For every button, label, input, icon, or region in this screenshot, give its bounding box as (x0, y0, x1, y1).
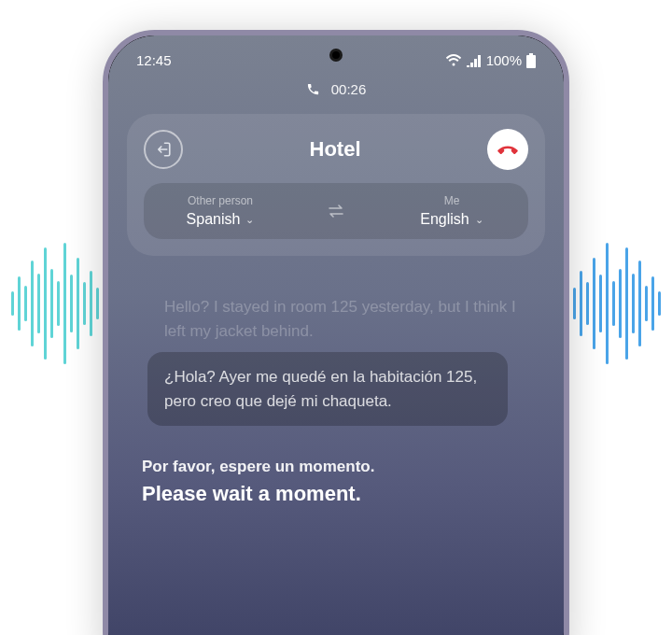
power-button (564, 241, 567, 288)
swap-languages-button[interactable] (327, 205, 345, 218)
me-language-select[interactable]: Me English ⌄ (396, 194, 508, 228)
battery-text: 100% (486, 52, 522, 68)
soundwave-right (573, 243, 661, 364)
reply-source-text: Por favor, espere un momento. (142, 458, 564, 476)
translate-card: Hotel Other person Spanish ⌄ Me (127, 114, 545, 256)
other-language-label: Other person (188, 194, 253, 207)
battery-icon (526, 53, 536, 68)
soundwave-left (11, 243, 99, 364)
phone-icon (306, 82, 320, 96)
call-title: Hotel (310, 137, 361, 162)
phone-screen: 12:45 100% 00:26 Hotel (108, 35, 564, 635)
me-language-value: English (420, 211, 469, 228)
wifi-icon (445, 54, 462, 67)
hangup-icon (496, 137, 520, 162)
signal-icon (467, 54, 482, 67)
reply-translated-text: Please wait a moment. (142, 482, 564, 506)
chevron-down-icon: ⌄ (245, 214, 254, 226)
current-reply: Por favor, espere un momento. Please wai… (108, 426, 564, 506)
hangup-button[interactable] (487, 129, 528, 170)
camera-cutout (329, 49, 343, 62)
other-language-value: Spanish (187, 211, 241, 228)
call-timer: 00:26 (331, 81, 367, 97)
exit-icon (155, 141, 172, 158)
previous-original-text: Hello? I stayed in room 125 yesterday, b… (164, 295, 530, 343)
chevron-down-icon: ⌄ (475, 214, 483, 226)
previous-translated-bubble: ¿Hola? Ayer me quedé en la habitación 12… (147, 352, 508, 426)
phone-frame: 12:45 100% 00:26 Hotel (103, 30, 569, 635)
call-timer-row: 00:26 (108, 74, 564, 108)
me-language-label: Me (444, 194, 460, 207)
language-row: Other person Spanish ⌄ Me English ⌄ (144, 183, 528, 239)
volume-button (564, 166, 567, 232)
swap-icon (327, 205, 345, 218)
transcript: Hello? I stayed in room 125 yesterday, b… (108, 269, 564, 426)
status-time: 12:45 (136, 52, 172, 68)
other-language-select[interactable]: Other person Spanish ⌄ (164, 194, 276, 228)
exit-button[interactable] (144, 130, 183, 169)
